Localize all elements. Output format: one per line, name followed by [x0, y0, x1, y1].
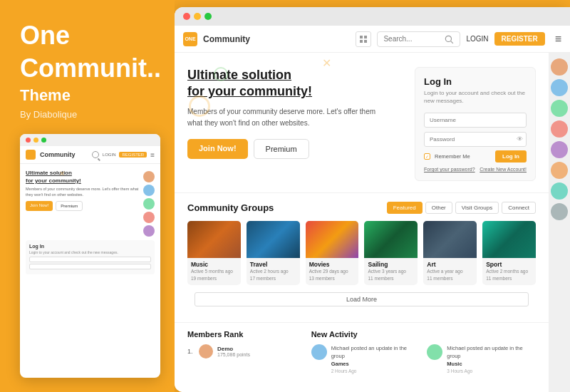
remember-checkbox[interactable]: ✓	[424, 153, 430, 160]
group-name-art: Art	[427, 261, 473, 268]
mini-premium-btn: Premium	[56, 201, 83, 211]
group-name-travel: Travel	[250, 261, 296, 268]
forgot-password-link[interactable]: Forgot your password?	[424, 167, 475, 172]
login-box-title: Log In	[424, 76, 527, 87]
svg-rect-3	[364, 40, 367, 43]
mini-nav-right: LOGIN REGISTER ≡	[92, 151, 155, 159]
new-activity-section: New Activity Michael posted an update in…	[311, 330, 536, 373]
avatar-8	[551, 203, 568, 220]
nav-grid-icon[interactable]	[356, 31, 371, 47]
password-wrapper: 👁	[424, 131, 527, 147]
avatar-4	[551, 120, 568, 138]
avatar-7	[551, 182, 568, 200]
mini-content: ✕ Ultimate solutionfor your community! M…	[20, 164, 160, 280]
site-search-input[interactable]	[383, 35, 440, 43]
member-info: Demo 175,086 points	[217, 346, 250, 357]
mini-register-btn: REGISTER	[119, 152, 147, 158]
group-card-movies[interactable]: Movies Active 29 days ago13 members	[306, 221, 359, 285]
activity-item-1: Michael posted an update in the groupMus…	[427, 344, 536, 373]
avatar-3	[551, 100, 568, 117]
mini-avatar	[143, 212, 155, 223]
activity-time-0: 2 Hours Ago	[331, 368, 420, 373]
premium-button[interactable]: Premium	[254, 139, 309, 159]
mini-avatar	[143, 198, 155, 210]
avatar-6	[551, 162, 568, 179]
group-name-sailing: Sailing	[368, 261, 414, 268]
group-info-sailing: Sailing Active 3 years ago11 members	[364, 258, 418, 285]
hamburger-icon[interactable]: ≡	[555, 33, 561, 46]
main-browser: ONE Community LOGIN REGISTER ≡ ✕	[175, 7, 570, 392]
groups-section: Community Groups Featured Other Visit Gr…	[175, 192, 549, 322]
group-image-movies	[306, 221, 359, 258]
group-card-sport[interactable]: Sport Active 2 months ago11 members	[482, 221, 536, 285]
group-info-travel: Travel Active 2 hours ago17 members	[247, 258, 300, 285]
login-box: Log In Login to your account and check o…	[415, 67, 536, 181]
activity-text-0: Michael posted an update in the groupGam…	[331, 344, 420, 368]
group-name-sport: Sport	[486, 261, 532, 268]
activity-avatar-1	[427, 344, 442, 360]
browser-dot-red	[183, 13, 190, 20]
group-info-music: Music Active 5 months ago19 members	[187, 258, 241, 285]
mini-login-box-desc: Login to your account and check out the …	[29, 250, 151, 254]
activity-content-1: Michael posted an update in the groupMus…	[447, 344, 536, 373]
activity-text-1: Michael posted an update in the groupMus…	[447, 344, 536, 368]
mini-browser-preview: Community LOGIN REGISTER ≡ ✕ Ultimate so…	[20, 134, 160, 378]
search-icon	[444, 34, 454, 44]
load-more-button[interactable]: Load More	[195, 292, 529, 306]
load-more-row: Load More	[187, 285, 536, 314]
site-login-link[interactable]: LOGIN	[466, 35, 488, 43]
filter-other[interactable]: Other	[425, 202, 452, 214]
group-image-sport	[482, 221, 536, 258]
activity-item-0: Michael posted an update in the groupGam…	[311, 344, 420, 373]
groups-grid: Music Active 5 months ago19 members Trav…	[187, 221, 536, 285]
group-name-movies: Movies	[309, 261, 356, 268]
svg-line-5	[451, 41, 453, 43]
hero-section: ✕ Ultimate solution for your community! …	[175, 53, 549, 192]
group-info-art: Art Active a year ago11 members	[423, 258, 477, 285]
site-register-btn[interactable]: REGISTER	[494, 32, 545, 46]
group-card-sailing[interactable]: Sailing Active 3 years ago11 members	[364, 221, 418, 285]
username-input[interactable]	[424, 113, 527, 128]
remember-label: Remember Me	[435, 153, 491, 160]
filter-visit-groups[interactable]: Visit Groups	[455, 202, 499, 214]
avatar-column	[549, 53, 570, 392]
group-name-music: Music	[191, 261, 237, 268]
mini-login-box: Log In Login to your account and check o…	[26, 240, 155, 274]
mini-username-input	[29, 257, 151, 262]
hero-description: Members of your community deserve more. …	[187, 106, 387, 129]
group-card-travel[interactable]: Travel Active 2 hours ago17 members	[247, 221, 300, 285]
svg-rect-1	[364, 36, 367, 38]
hero-buttons: Join Now! Premium	[187, 139, 403, 159]
member-rank-num: 1.	[187, 348, 195, 355]
activity-avatar-0	[311, 344, 327, 360]
group-card-art[interactable]: Art Active a year ago11 members	[423, 221, 477, 285]
group-meta-music: Active 5 months ago19 members	[191, 268, 237, 282]
filter-connect[interactable]: Connect	[502, 202, 536, 214]
group-card-music[interactable]: Music Active 5 months ago19 members	[187, 221, 241, 285]
site-logo-badge: ONE	[183, 32, 197, 46]
join-now-button[interactable]: Join Now!	[187, 139, 248, 159]
activity-content-0: Michael posted an update in the groupGam…	[331, 344, 420, 373]
create-account-link[interactable]: Create New Account!	[480, 167, 527, 172]
mini-nav-title: Community	[40, 151, 76, 158]
mini-join-btn: Join Now!	[26, 201, 53, 211]
avatar-1	[551, 58, 568, 76]
checkbox-check: ✓	[425, 154, 429, 159]
left-panel: One Communit.. Theme By Diabolique Commu…	[0, 0, 175, 392]
mini-login-box-title: Log In	[29, 244, 151, 249]
new-activity-title: New Activity	[311, 330, 536, 339]
filter-featured[interactable]: Featured	[387, 202, 423, 214]
mini-dot-green	[41, 138, 46, 143]
site-nav: ONE Community LOGIN REGISTER ≡	[175, 26, 570, 53]
app-theme: Theme	[20, 86, 160, 105]
group-image-music	[187, 221, 241, 258]
avatar-5	[551, 141, 568, 158]
login-submit-button[interactable]: Log In	[495, 150, 527, 163]
deco-circle	[189, 96, 210, 117]
mini-menu-icon: ≡	[150, 151, 155, 159]
groups-section-title: Community Groups	[187, 202, 381, 213]
site-nav-search-wrapper: LOGIN REGISTER ≡	[356, 31, 561, 47]
browser-dot-yellow	[194, 13, 201, 20]
password-input[interactable]	[424, 132, 527, 147]
filter-buttons: Featured Other Visit Groups Connect	[387, 202, 536, 214]
